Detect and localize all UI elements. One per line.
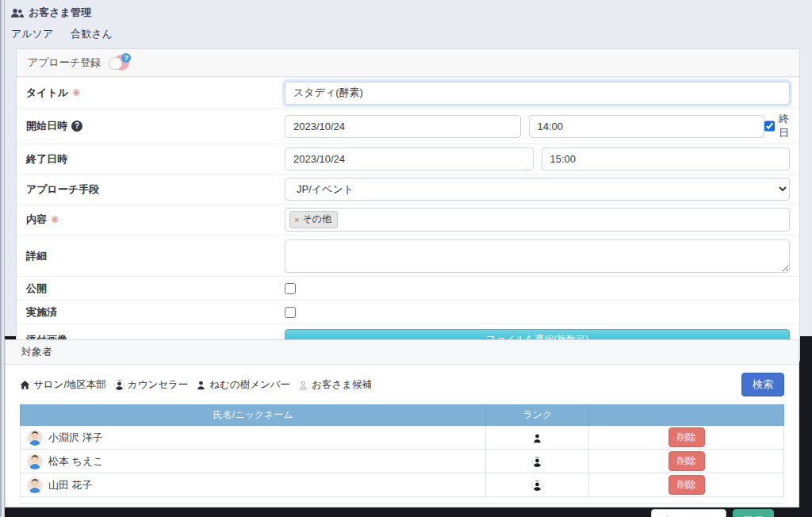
- person-outline-icon: [298, 380, 308, 390]
- content-multiselect[interactable]: × その他: [285, 208, 790, 232]
- detail-row: 詳細: [17, 235, 799, 276]
- person-circle-icon: [532, 455, 542, 467]
- target-name: 小淵沢 洋子: [48, 431, 103, 445]
- delete-button[interactable]: 削除: [668, 427, 705, 447]
- title-label: タイトル: [26, 86, 68, 100]
- done-label: 実施済: [26, 305, 57, 320]
- targets-panel: 対象者 サロン/地区本部 カウンセラー ねむの樹メンバー お客さま候補: [5, 339, 799, 507]
- col-action: [589, 405, 784, 426]
- tag-remove-icon[interactable]: ×: [294, 215, 299, 224]
- table-row: 小淵沢 洋子 削除: [21, 426, 784, 450]
- end-label: 終了日時: [26, 152, 67, 167]
- detail-textarea[interactable]: [285, 239, 790, 273]
- legend-member: ねむの樹メンバー: [196, 378, 290, 392]
- breadcrumb: アルソア 合歓さん: [11, 22, 812, 48]
- title-input[interactable]: [285, 82, 790, 105]
- left-scroll-strip: [0, 0, 5, 517]
- end-date-input[interactable]: [285, 147, 534, 170]
- avatar: [27, 454, 43, 469]
- content-label: 内容: [26, 213, 47, 227]
- breadcrumb-customer[interactable]: 合歓さん: [71, 27, 113, 41]
- method-select[interactable]: JP/イベント: [285, 178, 790, 201]
- legend-candidate: お客さま候補: [298, 378, 372, 392]
- mascot-help-icon[interactable]: ?: [107, 53, 131, 72]
- allday-checkbox[interactable]: [764, 121, 775, 132]
- search-button[interactable]: 検索: [741, 373, 784, 396]
- public-label: 公開: [26, 281, 47, 296]
- main-section: お客さま管理 アルソア 合歓さん アプローチ登録 ? タイトル ※ 開始日時 ?: [0, 0, 812, 336]
- cancel-button[interactable]: キャンセル: [651, 509, 726, 517]
- legend-salon: サロン/地区本部: [20, 378, 106, 392]
- method-row: アプローチ手段 JP/イベント: [17, 174, 799, 204]
- start-label: 開始日時: [26, 119, 67, 133]
- form-title: アプローチ登録: [28, 56, 101, 70]
- app-title-text: お客さま管理: [29, 6, 91, 20]
- method-label: アプローチ手段: [26, 182, 99, 197]
- title-row: タイトル ※: [17, 77, 799, 108]
- col-name: 氏名/ニックネーム: [21, 405, 486, 426]
- start-date-input[interactable]: [285, 115, 521, 138]
- col-rank: ランク: [486, 405, 589, 426]
- end-row: 終了日時: [17, 144, 799, 174]
- target-name: 松本 ちえこ: [48, 454, 104, 469]
- public-row: 公開: [17, 276, 799, 300]
- delete-button[interactable]: 削除: [668, 451, 705, 471]
- content-tag: × その他: [289, 211, 338, 228]
- required-mark: ※: [72, 87, 80, 98]
- legend-counselor: カウンセラー: [114, 378, 188, 392]
- breadcrumb-brand[interactable]: アルソア: [11, 27, 53, 41]
- help-icon[interactable]: ?: [71, 121, 82, 132]
- person-fill-icon: [196, 380, 206, 390]
- approach-form-panel: アプローチ登録 ? タイトル ※ 開始日時 ?: [16, 48, 800, 363]
- app-title: お客さま管理: [11, 3, 812, 22]
- person-circle-icon: [532, 479, 542, 491]
- end-time-input: [542, 147, 791, 170]
- form-footer: キャンセル 登録: [20, 503, 784, 517]
- delete-button[interactable]: 削除: [668, 475, 705, 495]
- start-time-input: [529, 115, 765, 138]
- public-checkbox[interactable]: [285, 283, 296, 294]
- avatar: [27, 477, 43, 493]
- home-icon: [20, 380, 30, 390]
- tag-label: その他: [302, 213, 331, 226]
- table-row: 山田 花子 削除: [21, 473, 784, 497]
- person-circle-icon: [114, 380, 124, 390]
- submit-button[interactable]: 登録: [733, 509, 774, 517]
- avatar: [27, 430, 43, 446]
- person-fill-icon: [532, 431, 542, 443]
- required-mark: ※: [51, 214, 59, 225]
- detail-label: 詳細: [26, 249, 47, 263]
- users-icon: [11, 8, 24, 18]
- legend-row: サロン/地区本部 カウンセラー ねむの樹メンバー お客さま候補 検索: [20, 373, 784, 396]
- targets-header: 対象者: [6, 340, 799, 365]
- done-row: 実施済: [17, 300, 799, 324]
- start-row: 開始日時 ? 終日: [17, 108, 799, 144]
- allday-label: 終日: [779, 112, 790, 140]
- form-panel-header: アプローチ登録 ?: [17, 49, 799, 77]
- target-name: 山田 花子: [48, 478, 93, 492]
- done-checkbox[interactable]: [285, 307, 296, 318]
- targets-table: 氏名/ニックネーム ランク 小淵沢 洋子 削除: [20, 404, 784, 497]
- content-row: 内容 ※ × その他: [17, 204, 799, 235]
- table-row: 松本 ちえこ 削除: [21, 450, 784, 473]
